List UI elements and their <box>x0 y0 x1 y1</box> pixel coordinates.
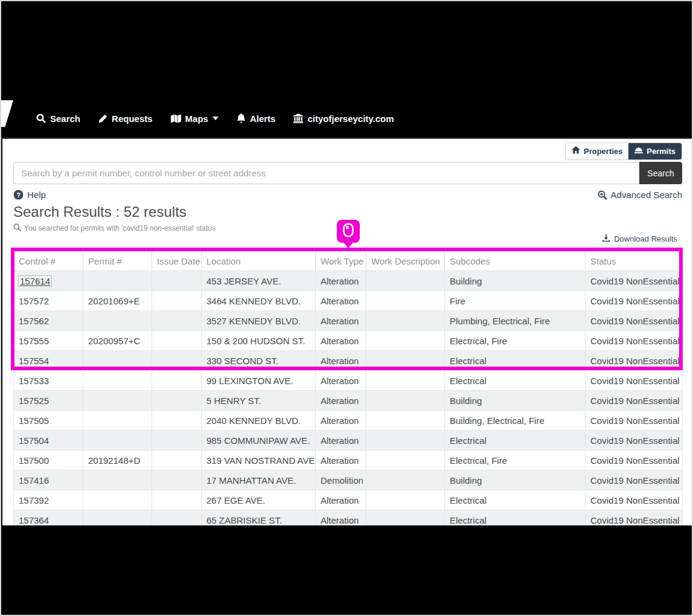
table-cell <box>366 271 445 291</box>
table-cell: Covid19 NonEssential <box>586 291 683 311</box>
nav-item-alerts[interactable]: Alerts <box>237 114 276 124</box>
control-number-link[interactable]: 157504 <box>19 435 49 446</box>
control-number-link[interactable]: 157533 <box>19 376 49 386</box>
download-results-link[interactable]: Download Results <box>602 234 677 244</box>
table-cell: Covid19 NonEssential <box>586 470 683 490</box>
table-cell: Covid19 NonEssential <box>586 271 683 291</box>
table-cell: Alteration <box>316 311 366 331</box>
advanced-search-label: Advanced Search <box>611 190 682 200</box>
tab-permits[interactable]: Permits <box>628 143 682 159</box>
home-icon <box>572 146 580 156</box>
column-header[interactable]: Control # <box>14 251 83 271</box>
table-row: 15736465 ZABRISKIE ST.AlterationElectric… <box>14 510 683 526</box>
control-number-link[interactable]: 157554 <box>19 356 49 366</box>
table-cell <box>83 271 152 291</box>
table-cell <box>152 271 202 291</box>
table-cell: Electrical <box>445 431 586 451</box>
table-cell <box>366 411 445 431</box>
table-cell: 17 MANHATTAN AVE. <box>202 470 316 490</box>
table-row: 157554330 SECOND ST.AlterationElectrical… <box>14 351 683 371</box>
help-link[interactable]: ? Help <box>13 190 46 200</box>
table-cell: Covid19 NonEssential <box>586 510 683 526</box>
nav-item-maps[interactable]: Maps <box>171 114 219 124</box>
table-cell: 150 & 200 HUDSON ST. <box>202 331 316 351</box>
control-number-link[interactable]: 157562 <box>19 316 49 326</box>
question-icon: ? <box>13 190 24 200</box>
mouse-left-click-icon <box>343 223 354 240</box>
table-cell: Alteration <box>316 510 366 526</box>
download-icon <box>602 234 610 244</box>
annotation-badge <box>337 220 360 243</box>
table-cell: Alteration <box>316 291 366 311</box>
table-row: 157614453 JERSEY AVE.AlterationBuildingC… <box>14 271 683 291</box>
column-header[interactable]: Subcodes <box>445 251 586 271</box>
column-header[interactable]: Work Type <box>316 251 366 271</box>
control-number-link[interactable]: 157505 <box>19 415 49 426</box>
table-cell: Alteration <box>316 451 366 470</box>
column-header[interactable]: Permit # <box>83 251 152 271</box>
column-header[interactable]: Issue Date <box>152 251 202 271</box>
nav-item-cityofjerseycity-com[interactable]: cityofjerseycity.com <box>293 114 394 124</box>
table-cell <box>83 351 152 371</box>
secondary-links: ? Help Advanced Search <box>13 190 682 200</box>
table-cell: 157525 <box>14 391 83 411</box>
table-cell <box>366 331 445 351</box>
control-number-link[interactable]: 157392 <box>19 495 49 505</box>
svg-text:?: ? <box>16 191 21 199</box>
nav-item-requests[interactable]: Requests <box>98 114 153 124</box>
table-cell <box>366 510 445 526</box>
table-cell: Electrical <box>445 510 586 526</box>
table-cell <box>83 371 152 391</box>
table-cell: Covid19 NonEssential <box>586 371 683 391</box>
control-number-link[interactable]: 157364 <box>19 515 49 525</box>
dome-icon <box>634 146 643 156</box>
table-cell: Electrical <box>445 351 586 371</box>
control-number-link[interactable]: 157525 <box>19 396 49 406</box>
tab-properties[interactable]: Properties <box>566 143 628 159</box>
table-row: 15757220201069+E3464 KENNEDY BLVD.Altera… <box>14 291 683 311</box>
table-cell: 20192148+D <box>83 451 152 470</box>
app-logo <box>1 100 13 127</box>
table-cell: 3464 KENNEDY BLVD. <box>202 291 316 311</box>
table-cell <box>152 510 202 526</box>
table-cell: 267 EGE AVE. <box>202 490 316 510</box>
table-cell <box>152 311 202 331</box>
table-cell: 157572 <box>14 291 83 311</box>
search-button[interactable]: Search <box>639 162 682 184</box>
table-cell <box>366 371 445 391</box>
table-cell: Alteration <box>316 271 366 291</box>
control-number-link[interactable]: 157614 <box>19 276 51 286</box>
caret-down-icon <box>212 117 219 120</box>
table-cell <box>366 351 445 371</box>
search-input[interactable] <box>13 162 639 184</box>
table-cell: 157562 <box>14 311 83 331</box>
view-toggle: Properties Permits <box>565 143 682 160</box>
control-number-link[interactable]: 157500 <box>19 455 49 466</box>
column-header[interactable]: Location <box>202 251 316 271</box>
table-cell: Alteration <box>316 490 366 510</box>
control-number-link[interactable]: 157416 <box>19 475 49 486</box>
column-header[interactable]: Status <box>586 251 683 271</box>
bank-icon <box>293 114 303 123</box>
table-cell: Covid19 NonEssential <box>586 411 683 431</box>
table-cell: Building, Electrical, Fire <box>445 411 586 431</box>
nav-item-label: cityofjerseycity.com <box>307 114 394 124</box>
screenshot-frame: SearchRequestsMapsAlertscityofjerseycity… <box>0 0 693 616</box>
table-cell <box>152 391 202 411</box>
nav-item-search[interactable]: Search <box>36 114 80 124</box>
control-number-link[interactable]: 157555 <box>19 336 49 346</box>
table-cell: Electrical <box>445 490 586 510</box>
control-number-link[interactable]: 157572 <box>19 296 49 306</box>
navbar: SearchRequestsMapsAlertscityofjerseycity… <box>36 109 394 127</box>
table-cell: Covid19 NonEssential <box>586 431 683 451</box>
table-row: 15741617 MANHATTAN AVE.DemolitionBuildin… <box>14 470 683 490</box>
search-bar: Search <box>13 162 682 184</box>
table-cell <box>83 431 152 451</box>
table-cell: 319 VAN NOSTRAND AVE. <box>202 451 316 470</box>
table-cell: Covid19 NonEssential <box>586 490 683 510</box>
column-header[interactable]: Work Description <box>366 251 445 271</box>
table-cell <box>366 311 445 331</box>
table-cell <box>152 371 202 391</box>
advanced-search-link[interactable]: Advanced Search <box>598 190 682 200</box>
table-cell: 453 JERSEY AVE. <box>202 271 316 291</box>
